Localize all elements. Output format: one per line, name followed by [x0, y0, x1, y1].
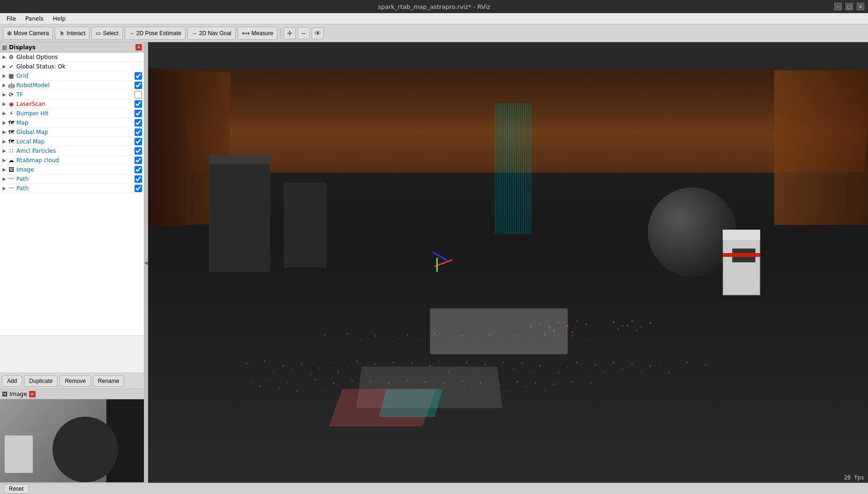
panel-resize-handle[interactable]: ◀: [144, 42, 148, 483]
nav-goal-button[interactable]: → 2D Nav Goal: [187, 27, 236, 40]
camera-icon-button[interactable]: 👁: [312, 27, 324, 39]
expand-arrow-icon: ▶: [1, 64, 7, 69]
measure-icon: ⟺: [242, 30, 250, 37]
interact-label: Interact: [67, 30, 85, 37]
displays-header: ▦ Displays ✕: [0, 42, 144, 52]
obstacle-box-left-top: [209, 155, 270, 163]
move-camera-icon: ⊕: [7, 30, 12, 37]
zoom-out-icon-button[interactable]: −: [298, 27, 310, 39]
item-label-laserscan: LaserScan: [16, 101, 135, 107]
menu-file[interactable]: File: [2, 15, 21, 23]
item-checkbox-robotmodel[interactable]: [135, 82, 142, 89]
reset-button[interactable]: Reset: [4, 484, 29, 494]
settings-icon: ⚙: [7, 53, 15, 61]
item-checkbox-map[interactable]: [135, 119, 142, 127]
expand-arrow-icon: ▶: [1, 111, 7, 116]
list-item[interactable]: ▶ 🤖 RobotModel: [0, 81, 144, 90]
expand-arrow-icon: ▶: [1, 101, 7, 106]
item-checkbox-amcl[interactable]: [135, 147, 142, 155]
item-checkbox-path2[interactable]: [135, 185, 142, 192]
nav-goal-icon: →: [192, 30, 197, 37]
duplicate-button[interactable]: Duplicate: [24, 375, 58, 387]
list-item[interactable]: ▶ 〰 Path: [0, 184, 144, 193]
obstacle-box-left: [209, 164, 270, 272]
fps-counter: 20 fps: [844, 474, 864, 481]
particles-icon: ∷: [7, 147, 15, 155]
image-canvas: [0, 399, 144, 482]
window-title: spark_rtab_map_astrapro.rviz* - RViz: [378, 3, 490, 10]
map-icon: 🗺: [7, 119, 15, 127]
displays-close-button[interactable]: ✕: [135, 44, 142, 51]
expand-arrow-icon: ▶: [1, 139, 7, 144]
item-checkbox-path1[interactable]: [135, 175, 142, 183]
item-label-rtabmap: Rtabmap cloud: [16, 157, 135, 164]
item-checkbox-tf[interactable]: [135, 91, 142, 98]
item-checkbox-rtabmap[interactable]: [135, 157, 142, 164]
select-label: Select: [103, 30, 118, 37]
select-icon: ▭: [96, 30, 101, 37]
list-item[interactable]: ▶ 🗺 Map: [0, 118, 144, 127]
item-label-tf: TF: [16, 91, 135, 98]
measure-label: Measure: [252, 30, 274, 37]
list-item[interactable]: ▶ 🖼 Image: [0, 165, 144, 174]
robot-top: [723, 230, 760, 240]
expand-arrow-icon: ▶: [1, 92, 7, 97]
laser-scan-vertical: [494, 103, 531, 234]
move-camera-label: Move Camera: [14, 30, 49, 37]
statusbar: Reset: [0, 483, 868, 494]
list-item[interactable]: ▶ 🗺 Global Map: [0, 127, 144, 137]
item-label-global-status: Global Status: Ok: [16, 63, 143, 70]
minimize-button[interactable]: −: [834, 3, 842, 10]
displays-empty-area: [0, 335, 144, 373]
item-checkbox-bumper[interactable]: [135, 110, 142, 117]
item-checkbox-laserscan[interactable]: [135, 100, 142, 108]
main-layout: ▦ Displays ✕ ▶ ⚙ Global Options ▶ ✓ Glob…: [0, 42, 868, 483]
image-panel-close-button[interactable]: ✕: [29, 391, 36, 397]
obstacle-box-mid: [284, 183, 326, 267]
interact-button[interactable]: 🖱 Interact: [55, 27, 90, 40]
list-item[interactable]: ▶ ⚡ Bumper Hit: [0, 109, 144, 118]
add-button[interactable]: Add: [2, 375, 22, 387]
3d-scene: 20 fps: [148, 42, 868, 483]
3d-viewport[interactable]: 20 fps: [148, 42, 868, 483]
displays-panel-title: Displays: [9, 44, 134, 51]
expand-arrow-icon: ▶: [1, 73, 7, 78]
maximize-button[interactable]: □: [846, 3, 853, 10]
laser-icon: ◉: [7, 100, 15, 108]
list-item[interactable]: ▶ ✓ Global Status: Ok: [0, 62, 144, 71]
check-circle-icon: ✓: [7, 63, 15, 70]
select-button[interactable]: ▭ Select: [91, 27, 122, 40]
menu-help[interactable]: Help: [48, 15, 70, 23]
list-item[interactable]: ▶ ☁ Rtabmap cloud: [0, 156, 144, 165]
zoom-in-icon-button[interactable]: ✛: [284, 27, 296, 39]
move-camera-button[interactable]: ⊕ Move Camera: [3, 27, 53, 40]
pose-estimate-button[interactable]: → 2D Pose Estimate: [125, 27, 186, 40]
measure-button[interactable]: ⟺ Measure: [238, 27, 278, 40]
expand-arrow-icon: ▶: [1, 54, 7, 60]
list-item[interactable]: ▶ ⚙ Global Options: [0, 52, 144, 62]
remove-button[interactable]: Remove: [60, 375, 91, 387]
item-checkbox-local-map[interactable]: [135, 138, 142, 145]
item-checkbox-grid[interactable]: [135, 72, 142, 80]
list-item[interactable]: ▶ ◉ LaserScan: [0, 99, 144, 109]
image-white-object: [5, 435, 33, 473]
close-button[interactable]: ✕: [857, 3, 864, 10]
item-checkbox-image[interactable]: [135, 166, 142, 173]
item-checkbox-global-map[interactable]: [135, 128, 142, 136]
displays-list: ▶ ⚙ Global Options ▶ ✓ Global Status: Ok…: [0, 52, 144, 335]
list-item[interactable]: ▶ ⟳ TF: [0, 90, 144, 99]
rename-button[interactable]: Rename: [93, 375, 124, 387]
robot-body: [723, 239, 760, 295]
global-map-icon: 🗺: [7, 128, 15, 136]
list-item[interactable]: ▶ 〰 Path: [0, 174, 144, 184]
list-item[interactable]: ▶ 🗺 Local Map: [0, 137, 144, 146]
list-item[interactable]: ▶ ∷ Amcl Particles: [0, 146, 144, 156]
menu-panels[interactable]: Panels: [21, 15, 48, 23]
item-label-path1: Path: [16, 176, 135, 182]
image-panel-header: 🖼 Image ✕: [0, 389, 144, 399]
cloud-icon: ☁: [7, 157, 15, 164]
image-panel-title: Image: [9, 391, 27, 397]
grid-icon: ▦: [7, 72, 15, 80]
expand-arrow-icon: ▶: [1, 82, 7, 88]
list-item[interactable]: ▶ ▦ Grid: [0, 71, 144, 81]
